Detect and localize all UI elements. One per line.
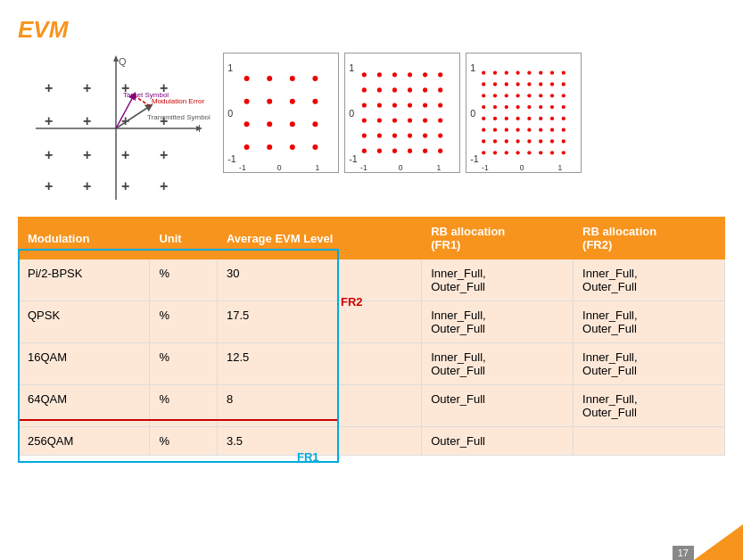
cell-rb-fr1: Inner_Full,Outer_Full [422, 259, 574, 301]
svg-point-68 [392, 72, 397, 77]
svg-point-156 [562, 94, 566, 97]
svg-point-81 [423, 87, 427, 92]
svg-text:0: 0 [227, 108, 233, 119]
svg-point-119 [505, 128, 508, 132]
svg-point-77 [408, 118, 412, 122]
page-title: EVM [18, 16, 725, 44]
svg-text:+: + [83, 147, 91, 162]
svg-text:0: 0 [277, 163, 282, 172]
svg-point-124 [516, 94, 519, 97]
svg-point-130 [527, 71, 531, 75]
svg-point-143 [539, 128, 542, 132]
svg-point-98 [482, 71, 485, 75]
cell-avg-evm: 8 [217, 385, 421, 427]
svg-text:0: 0 [399, 163, 403, 172]
table-header-row: Modulation Unit Average EVM Level RB all… [19, 218, 725, 259]
svg-point-125 [516, 105, 519, 109]
svg-point-153 [550, 151, 554, 154]
svg-point-87 [438, 87, 442, 92]
svg-point-45 [290, 144, 295, 150]
svg-text:1: 1 [227, 62, 233, 73]
svg-point-112 [493, 139, 497, 143]
svg-point-40 [267, 121, 272, 127]
svg-point-103 [482, 128, 485, 132]
cell-rb-fr2: Inner_Full,Outer_Full [574, 301, 725, 343]
svg-point-85 [423, 149, 427, 153]
svg-text:0: 0 [349, 108, 354, 119]
svg-point-61 [362, 149, 367, 153]
svg-point-37 [244, 144, 250, 150]
cell-rb-fr2: Inner_Full,Outer_Full [574, 385, 725, 427]
svg-point-118 [505, 117, 508, 120]
col-header-modulation: Modulation [19, 218, 150, 259]
cell-unit: % [150, 259, 218, 301]
svg-text:+: + [45, 147, 53, 162]
svg-point-150 [550, 117, 554, 120]
cell-modulation: 16QAM [19, 343, 150, 385]
table-row: 256QAM % 3.5 Outer_Full [19, 427, 725, 456]
svg-text:+: + [121, 178, 129, 194]
svg-text:1: 1 [557, 163, 562, 172]
svg-point-140 [539, 94, 542, 97]
top-section: Q I + + + + + + + + + + + + + + + + [18, 53, 725, 204]
svg-point-128 [516, 139, 519, 143]
svg-point-34 [244, 76, 250, 81]
svg-point-76 [408, 103, 412, 107]
svg-point-116 [505, 94, 508, 97]
svg-text:+: + [83, 80, 91, 95]
svg-text:1: 1 [470, 62, 475, 73]
svg-point-152 [550, 139, 554, 143]
svg-point-89 [438, 118, 442, 122]
svg-text:1: 1 [436, 163, 441, 172]
cell-rb-fr1: Outer_Full [422, 385, 574, 427]
svg-point-67 [377, 149, 382, 153]
svg-text:Q: Q [119, 56, 127, 67]
svg-point-35 [244, 99, 250, 104]
svg-point-49 [312, 144, 318, 150]
svg-point-100 [482, 94, 485, 97]
cell-modulation: Pi/2-BPSK [19, 259, 150, 301]
svg-point-129 [516, 151, 519, 154]
svg-point-147 [550, 82, 554, 86]
svg-point-63 [377, 87, 382, 92]
col-header-unit: Unit [150, 218, 218, 259]
svg-point-104 [482, 139, 485, 143]
table-wrapper: Modulation Unit Average EVM Level RB all… [18, 217, 725, 456]
svg-marker-162 [694, 524, 743, 560]
svg-point-71 [392, 118, 397, 122]
svg-point-42 [290, 76, 295, 81]
page-container: EVM Q I + + + + + + + [0, 0, 743, 560]
svg-point-106 [493, 71, 497, 75]
svg-point-36 [244, 121, 250, 127]
scatter-plot-sparse: 1 0 -1 -1 0 1 [223, 53, 339, 173]
cell-unit: % [150, 427, 218, 456]
svg-text:+: + [121, 147, 129, 162]
svg-point-80 [423, 72, 427, 77]
svg-point-69 [392, 87, 397, 92]
svg-text:+: + [45, 178, 53, 194]
svg-point-78 [408, 134, 412, 138]
cell-rb-fr1: Inner_Full,Outer_Full [422, 343, 574, 385]
svg-point-64 [377, 103, 382, 107]
page-number: 17 [673, 546, 694, 560]
svg-point-83 [423, 118, 427, 122]
svg-point-41 [267, 144, 272, 150]
svg-point-43 [290, 99, 295, 104]
svg-text:1: 1 [315, 163, 319, 172]
svg-point-160 [562, 139, 566, 143]
col-header-rb-fr2: RB allocation(FR2) [574, 218, 725, 259]
svg-point-38 [267, 76, 272, 81]
svg-point-65 [377, 118, 382, 122]
svg-point-90 [438, 134, 442, 138]
svg-point-155 [562, 82, 566, 86]
scatter-plot-dense: 1 0 -1 -1 0 1 [466, 53, 582, 173]
cell-modulation: QPSK [19, 301, 150, 343]
cell-modulation: 64QAM [19, 385, 150, 427]
svg-text:+: + [45, 113, 53, 128]
svg-point-141 [539, 105, 542, 109]
svg-point-60 [362, 134, 367, 138]
svg-text:+: + [83, 178, 91, 194]
svg-point-123 [516, 82, 519, 86]
svg-point-56 [362, 72, 367, 77]
svg-point-126 [516, 117, 519, 120]
